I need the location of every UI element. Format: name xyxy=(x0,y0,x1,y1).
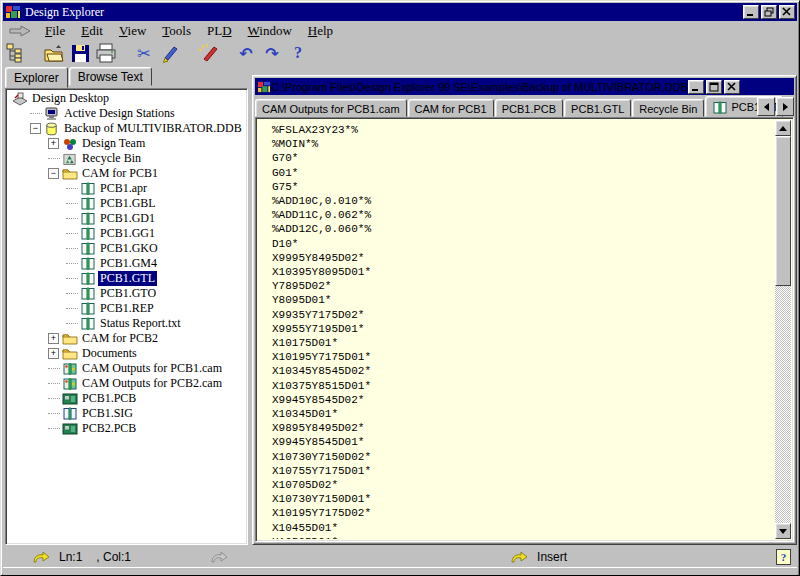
tree-item-cam-for-pcb1[interactable]: −CAM for PCB1 xyxy=(8,166,245,181)
document-tab-cam-outputs-for-pcb1-cam[interactable]: CAM Outputs for PCB1.cam xyxy=(255,99,407,117)
undo-icon: ↶ xyxy=(239,44,252,63)
tree-item-label[interactable]: PCB1.SIG xyxy=(80,406,135,421)
tree-item-label[interactable]: PCB1.GTO xyxy=(98,286,158,301)
tree-item-label[interactable]: CAM for PCB2 xyxy=(80,331,160,346)
doc-icon xyxy=(80,272,98,285)
document-tab-pcb1-gtl[interactable]: PCB1.GTL xyxy=(564,99,631,117)
expand-expander[interactable]: + xyxy=(48,333,59,344)
tree-item-pcb1-sig[interactable]: PCB1.SIG xyxy=(8,406,245,421)
menu-edit[interactable]: Edit xyxy=(73,22,111,40)
tree-item-label[interactable]: PCB1.GD1 xyxy=(98,211,157,226)
team-icon xyxy=(62,137,80,151)
tree-item-pcb1-gm4[interactable]: PCB1.GM4 xyxy=(8,256,245,271)
title-bar[interactable]: Design Explorer xyxy=(3,3,797,21)
tree-item-label[interactable]: Design Team xyxy=(80,136,147,151)
tab-scroll-right-button[interactable] xyxy=(776,97,794,116)
tab-scroll-left-button[interactable] xyxy=(757,97,775,116)
tree-item-pcb2-pcb[interactable]: PCB2.PCB xyxy=(8,421,245,436)
tree-item-design-team[interactable]: +Design Team xyxy=(8,136,245,151)
folder-icon xyxy=(62,332,80,345)
menu-window[interactable]: Window xyxy=(240,22,300,40)
tree-item-label[interactable]: PCB1.apr xyxy=(98,181,149,196)
tree-item-label[interactable]: Status Report.txt xyxy=(98,316,183,331)
database-icon xyxy=(44,122,62,136)
print-button[interactable] xyxy=(93,41,119,65)
redo-button[interactable]: ↷ xyxy=(259,41,285,65)
tree-item-pcb1-gtl[interactable]: PCB1.GTL xyxy=(8,271,245,286)
forward-jump-icon[interactable] xyxy=(209,550,229,564)
menu-help[interactable]: Help xyxy=(300,22,341,40)
status-help-button[interactable]: ? xyxy=(776,549,791,565)
wand-button[interactable] xyxy=(195,41,221,65)
design-manager-button[interactable] xyxy=(3,41,29,65)
tree-item-pcb1-gko[interactable]: PCB1.GKO xyxy=(8,241,245,256)
scroll-down-button[interactable] xyxy=(775,523,791,539)
tree-item-pcb1-gd1[interactable]: PCB1.GD1 xyxy=(8,211,245,226)
tree-item-active-design-stations[interactable]: Active Design Stations xyxy=(8,106,245,121)
expand-expander[interactable]: + xyxy=(48,348,59,359)
doc-minimize-button[interactable] xyxy=(688,80,704,94)
document-title-bar[interactable]: C:\Program Files\Design Explorer 99 SE\E… xyxy=(255,78,794,95)
tree-item-design-desktop[interactable]: Design Desktop xyxy=(8,91,245,106)
tree-item-status-report-txt[interactable]: Status Report.txt xyxy=(8,316,245,331)
tree-item-label[interactable]: PCB1.GTL xyxy=(98,271,157,286)
tree-item-label[interactable]: Active Design Stations xyxy=(62,106,177,121)
tree-item-documents[interactable]: +Documents xyxy=(8,346,245,361)
save-button[interactable] xyxy=(67,41,93,65)
tree-item-pcb1-gg1[interactable]: PCB1.GG1 xyxy=(8,226,245,241)
vertical-scrollbar[interactable] xyxy=(775,120,791,539)
expand-expander[interactable]: + xyxy=(48,138,59,149)
menu-pld[interactable]: PLD xyxy=(199,22,240,40)
minimize-button[interactable] xyxy=(743,5,759,19)
tree-item-label[interactable]: PCB1.PCB xyxy=(80,391,138,406)
tree-item-backup-of-multivibrator-ddb[interactable]: −Backup of MULTIVIBRATOR.DDB xyxy=(8,121,245,136)
doc-close-button[interactable] xyxy=(724,80,740,94)
tree-item-pcb1-gto[interactable]: PCB1.GTO xyxy=(8,286,245,301)
tree-item-label[interactable]: PCB1.GBL xyxy=(98,196,158,211)
document-tab-pcb1-pcb[interactable]: PCB1.PCB xyxy=(495,99,563,117)
restore-button[interactable] xyxy=(761,5,777,19)
collapse-expander[interactable]: − xyxy=(30,123,41,134)
editor-text[interactable]: %FSLAX23Y23*% %MOIN*% G70* G01* G75* %AD… xyxy=(258,120,775,539)
tree-item-label[interactable]: PCB1.REP xyxy=(98,301,156,316)
scroll-thumb[interactable] xyxy=(775,136,791,286)
document-tab-cam-for-pcb1[interactable]: CAM for PCB1 xyxy=(408,99,494,117)
menu-file[interactable]: File xyxy=(37,22,73,40)
open-button[interactable] xyxy=(41,41,67,65)
tree-item-pcb1-apr[interactable]: PCB1.apr xyxy=(8,181,245,196)
doc-maximize-button[interactable] xyxy=(706,80,722,94)
tree-item-label[interactable]: CAM for PCB1 xyxy=(80,166,160,181)
tree-item-label[interactable]: PCB1.GG1 xyxy=(98,226,157,241)
tree-item-label[interactable]: PCB1.GM4 xyxy=(98,256,159,271)
tree-item-label[interactable]: PCB1.GKO xyxy=(98,241,160,256)
menu-view[interactable]: View xyxy=(111,22,154,40)
help-button[interactable]: ? xyxy=(285,41,311,65)
document-tab-recycle-bin[interactable]: Recycle Bin xyxy=(632,99,704,117)
undo-button[interactable]: ↶ xyxy=(233,41,259,65)
menu-tools[interactable]: Tools xyxy=(154,22,199,40)
tree-item-pcb1-gbl[interactable]: PCB1.GBL xyxy=(8,196,245,211)
sidebar-tab-browse-text[interactable]: Browse Text xyxy=(69,67,152,86)
tree-item-label[interactable]: CAM Outputs for PCB2.cam xyxy=(80,376,224,391)
back-jump-icon[interactable] xyxy=(31,550,51,564)
tree-item-label[interactable]: Documents xyxy=(80,346,139,361)
tree-item-recycle-bin[interactable]: Recycle Bin xyxy=(8,151,245,166)
recycle-icon xyxy=(62,152,80,166)
sidebar-tab-explorer[interactable]: Explorer xyxy=(5,67,68,88)
tree-item-pcb1-rep[interactable]: PCB1.REP xyxy=(8,301,245,316)
close-button[interactable] xyxy=(779,5,795,19)
collapse-expander[interactable]: − xyxy=(48,168,59,179)
paste-button[interactable] xyxy=(157,41,183,65)
tree-item-label[interactable]: CAM Outputs for PCB1.cam xyxy=(80,361,224,376)
tree-item-cam-outputs-for-pcb2-cam[interactable]: CAM Outputs for PCB2.cam xyxy=(8,376,245,391)
tree-item-pcb1-pcb[interactable]: PCB1.PCB xyxy=(8,391,245,406)
tree-item-label[interactable]: PCB2.PCB xyxy=(80,421,138,436)
tree-item-label[interactable]: Recycle Bin xyxy=(80,151,143,166)
scroll-up-button[interactable] xyxy=(775,120,791,136)
tree-item-label[interactable]: Backup of MULTIVIBRATOR.DDB xyxy=(62,121,244,136)
tree-item-cam-outputs-for-pcb1-cam[interactable]: CAM Outputs for PCB1.cam xyxy=(8,361,245,376)
tree-connector xyxy=(48,428,60,429)
cut-button[interactable]: ✂ xyxy=(131,41,157,65)
tree-item-label[interactable]: Design Desktop xyxy=(30,91,111,106)
tree-item-cam-for-pcb2[interactable]: +CAM for PCB2 xyxy=(8,331,245,346)
